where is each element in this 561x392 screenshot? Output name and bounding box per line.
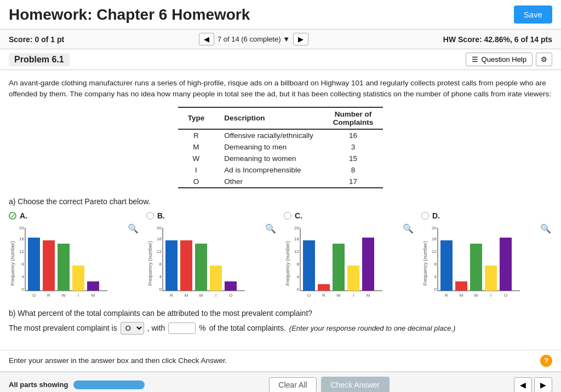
svg-rect-10 xyxy=(43,240,55,291)
chart-c-label: C. xyxy=(284,211,415,220)
footer-navigation: ◀ ▶ xyxy=(514,377,552,393)
charts-row: A. 🔍 Frequency (number) 0 4 8 12 16 20 xyxy=(9,211,552,299)
nav-prev-button[interactable]: ◀ xyxy=(199,33,214,45)
chart-b-container: 🔍 Frequency (number) 0 4 8 12 16 20 xyxy=(146,222,277,299)
nav-next-button[interactable]: ▶ xyxy=(293,33,308,45)
chart-option-b: B. 🔍 Frequency (number) 0 4 8 12 16 20 xyxy=(146,211,277,299)
zoom-b-icon[interactable]: 🔍 xyxy=(265,223,276,234)
chart-option-a: A. 🔍 Frequency (number) 0 4 8 12 16 20 xyxy=(9,211,140,299)
chart-d-container: 🔍 Frequency (number) 0 4 8 12 16 20 xyxy=(421,222,552,299)
percent-sign: % xyxy=(199,324,205,332)
clear-all-button[interactable]: Clear All xyxy=(269,377,316,393)
zoom-d-icon[interactable]: 🔍 xyxy=(540,223,551,234)
svg-rect-50 xyxy=(318,284,330,291)
part-b-question: b) What percent of the total complaints … xyxy=(9,309,552,318)
page-title: Homework: Chapter 6 Homework xyxy=(9,6,250,24)
col-header-count: Number ofComplaints xyxy=(323,107,383,129)
chart-option-d: D. 🔍 Frequency (number) 0 4 8 12 16 20 xyxy=(421,211,552,299)
row-description: Demeaning to women xyxy=(214,153,323,164)
part-b-sentence-mid: , with xyxy=(147,324,165,332)
row-type: I xyxy=(178,164,215,176)
svg-text:R: R xyxy=(47,293,50,298)
svg-text:I: I xyxy=(353,293,354,298)
svg-text:12: 12 xyxy=(294,249,299,254)
svg-text:M: M xyxy=(91,293,95,298)
complaint-type-dropdown[interactable]: O R W I M xyxy=(121,322,144,335)
row-type: M xyxy=(178,141,215,153)
footer-center: Clear All Check Answer xyxy=(269,377,390,393)
part-b: b) What percent of the total complaints … xyxy=(9,309,552,335)
svg-rect-51 xyxy=(333,244,345,291)
svg-text:8: 8 xyxy=(297,262,300,267)
footer-next-button[interactable]: ▶ xyxy=(534,377,552,393)
svg-text:16: 16 xyxy=(432,237,437,241)
header: Homework: Chapter 6 Homework Save xyxy=(0,0,561,30)
svg-rect-52 xyxy=(347,266,359,291)
question-help-button[interactable]: ☰ Question Help xyxy=(466,53,533,66)
chart-d-svg: Frequency (number) 0 4 8 12 16 20 xyxy=(421,222,525,299)
chart-b-svg: Frequency (number) 0 4 8 12 16 20 xyxy=(146,222,250,299)
part-b-answer-row: The most prevalent complaint is O R W I … xyxy=(9,322,552,335)
settings-button[interactable]: ⚙ xyxy=(536,53,552,66)
help-button[interactable]: ? xyxy=(540,355,552,367)
all-parts-section: All parts showing xyxy=(9,381,145,389)
svg-rect-69 xyxy=(440,240,453,291)
svg-text:W: W xyxy=(336,293,341,298)
svg-text:Frequency (number): Frequency (number) xyxy=(285,241,290,286)
footer-prev-button[interactable]: ◀ xyxy=(514,377,532,393)
save-button[interactable]: Save xyxy=(514,5,552,24)
radio-d[interactable] xyxy=(421,212,429,220)
svg-text:16: 16 xyxy=(19,237,24,241)
table-row: M Demeaning to men 3 xyxy=(178,141,383,153)
check-answer-button[interactable]: Check Answer xyxy=(321,377,390,393)
svg-text:4: 4 xyxy=(434,274,437,279)
row-description: Demeaning to men xyxy=(214,141,323,153)
chart-a-container: 🔍 Frequency (number) 0 4 8 12 16 20 xyxy=(9,222,140,299)
menu-icon: ☰ xyxy=(472,55,478,64)
chart-b-label: B. xyxy=(146,211,277,220)
svg-text:20: 20 xyxy=(19,226,24,230)
problem-label: Problem 6.1 xyxy=(9,53,70,66)
radio-b[interactable] xyxy=(146,212,154,220)
svg-text:O: O xyxy=(504,293,507,298)
complaints-table-wrap: Type Description Number ofComplaints R O… xyxy=(9,107,552,188)
svg-text:8: 8 xyxy=(159,262,162,267)
svg-text:16: 16 xyxy=(294,237,299,241)
navigation-controls: ◀ 7 of 14 (6 complete) ▼ ▶ xyxy=(199,33,308,45)
svg-rect-11 xyxy=(58,244,70,291)
score-value: 0 of 1 pt xyxy=(35,35,64,44)
svg-text:M: M xyxy=(460,293,463,298)
chart-option-c: C. 🔍 Frequency (number) 0 4 8 12 16 20 xyxy=(284,211,415,299)
svg-text:Frequency (number): Frequency (number) xyxy=(147,241,153,286)
row-count: 15 xyxy=(323,153,383,164)
svg-text:16: 16 xyxy=(157,237,162,241)
radio-a[interactable] xyxy=(9,212,16,220)
svg-rect-12 xyxy=(72,266,84,291)
svg-text:R: R xyxy=(170,293,173,298)
svg-text:I: I xyxy=(215,293,216,298)
svg-text:W: W xyxy=(474,293,478,298)
row-count: 17 xyxy=(323,176,383,188)
svg-text:12: 12 xyxy=(19,249,24,254)
row-description: Ad is Incomprehensible xyxy=(214,164,323,176)
table-row: I Ad is Incomprehensible 8 xyxy=(178,164,383,176)
zoom-c-icon[interactable]: 🔍 xyxy=(403,223,414,234)
svg-rect-30 xyxy=(180,240,192,291)
chart-c-svg: Frequency (number) 0 4 8 12 16 20 xyxy=(284,222,388,299)
percent-input[interactable] xyxy=(168,322,196,334)
svg-text:M: M xyxy=(185,293,188,298)
hw-score-display: HW Score: 42.86%, 6 of 14 pts xyxy=(443,35,552,44)
svg-text:I: I xyxy=(490,293,491,298)
svg-text:W: W xyxy=(61,293,66,298)
col-header-description: Description xyxy=(214,107,323,129)
svg-rect-31 xyxy=(195,244,207,291)
svg-text:0: 0 xyxy=(297,287,300,292)
svg-text:M: M xyxy=(367,293,370,298)
answer-hint-text: Enter your answer in the answer box and … xyxy=(9,356,227,365)
row-description: Offensive racially/ethnically xyxy=(214,129,323,141)
svg-text:I: I xyxy=(78,293,79,298)
radio-c[interactable] xyxy=(284,212,291,220)
zoom-a-icon[interactable]: 🔍 xyxy=(128,223,139,234)
svg-text:4: 4 xyxy=(22,274,25,279)
part-b-hint: (Enter your response rounded to one deci… xyxy=(289,324,456,332)
